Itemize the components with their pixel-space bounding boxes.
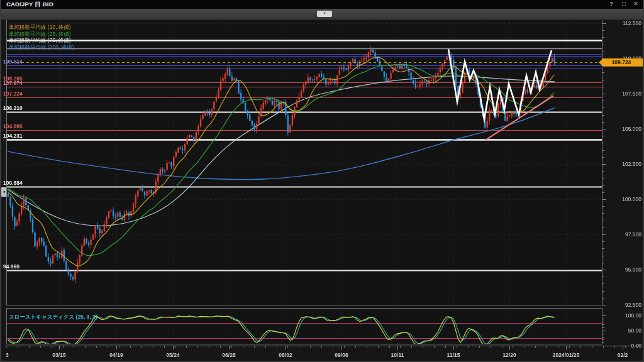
time-axis-label: 04/19 (109, 352, 123, 358)
stochastic-axis-label: 0.00 (604, 343, 641, 349)
time-axis-label: 11/15 (447, 352, 460, 358)
time-axis-label: 3 (6, 352, 9, 358)
time-axis-label: 09/06 (335, 352, 348, 358)
window-title: CAD/JPY 日 BID (6, 1, 53, 9)
price-axis-label: 92.500 (604, 302, 641, 308)
time-axis-label: 03/15 (52, 352, 65, 358)
price-axis-label: 95.000 (604, 266, 641, 273)
level-price-label: 106.210 (3, 105, 23, 111)
time-axis-label: 08/02 (279, 352, 292, 358)
time-axis-label: 05/24 (166, 352, 179, 358)
time-axis-label: 06/28 (222, 352, 235, 358)
level-price-label: 104.895 (3, 123, 23, 129)
level-price-label: 104.231 (3, 133, 23, 139)
collapse-toolbar-button[interactable]: ▾ (317, 11, 332, 17)
chart-window: CAD/JPY 日 BID ? □ ✕ ▾ ◄ 単純移動平均線 (10, 終値)… (0, 0, 644, 362)
title-bar: CAD/JPY 日 BID ? □ ✕ (0, 0, 644, 9)
time-axis-label: 2024/01/25 (553, 352, 580, 358)
level-price-label: 100.884 (3, 180, 23, 186)
maximize-button[interactable]: □ (619, 0, 629, 8)
level-price-label: 107.224 (3, 90, 23, 97)
time-axis-label: 12/20 (502, 352, 516, 358)
close-button[interactable]: ✕ (631, 0, 641, 8)
stochastic-axis-label: 50.00 (604, 327, 641, 334)
time-axis-label: 02/2 (618, 352, 628, 358)
price-axis-label: 107.500 (604, 90, 641, 97)
collapse-side-panel-button[interactable]: ◄ (1, 187, 6, 197)
price-axis-label: 105.000 (604, 126, 641, 132)
price-axis-label: 102.500 (604, 161, 641, 167)
price-axis-label: 112.500 (604, 20, 641, 26)
toolbar-strip: ▾ (0, 9, 644, 20)
price-axis-label: 100.000 (604, 196, 641, 202)
time-axis-label: 10/11 (391, 352, 404, 358)
level-price-label: 107.974 (3, 80, 23, 86)
stochastic-axis-label: 100.00 (604, 312, 641, 319)
help-button[interactable]: ? (606, 0, 616, 8)
level-price-label: 94.960 (3, 263, 19, 270)
price-axis-label: 97.500 (604, 231, 641, 238)
price-chart-canvas[interactable] (1, 0, 644, 362)
current-price-tag: 109.724 (599, 58, 644, 67)
